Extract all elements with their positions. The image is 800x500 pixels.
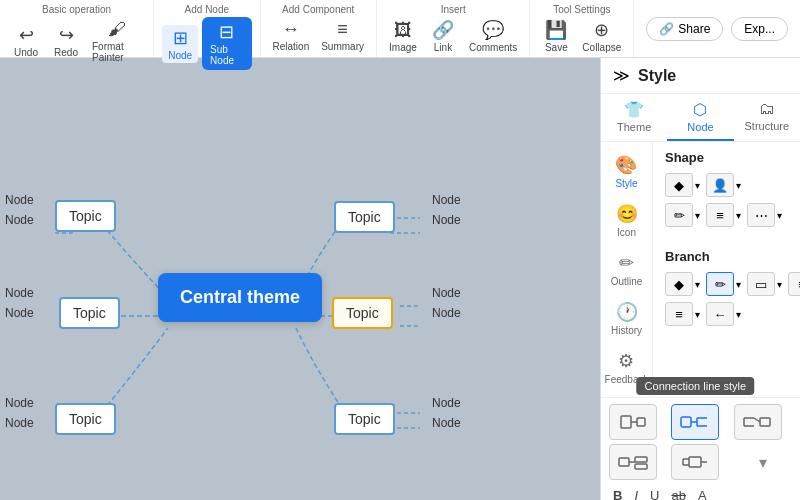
branch-btn-2[interactable]: ✏ bbox=[706, 272, 734, 296]
branch-btn-5[interactable]: ≡ bbox=[665, 302, 693, 326]
central-node[interactable]: Central theme bbox=[158, 273, 322, 322]
italic-button[interactable]: I bbox=[630, 486, 642, 500]
node-button[interactable]: ⊞ Node bbox=[162, 25, 198, 63]
shape-dropdown-4: ≡ ▾ bbox=[706, 203, 741, 227]
collapse-icon: ⊕ bbox=[594, 19, 609, 41]
group-label-add-node: Add Node bbox=[185, 4, 229, 15]
save-label: Save bbox=[545, 42, 568, 53]
tab-structure[interactable]: 🗂 Structure bbox=[734, 94, 800, 141]
side-history-item[interactable]: 🕐 History bbox=[611, 301, 642, 336]
branch-btn-3[interactable]: ▭ bbox=[747, 272, 775, 296]
share-button[interactable]: 🔗 Share bbox=[646, 17, 723, 41]
structure-tab-label: Structure bbox=[745, 120, 790, 132]
export-label: Exp... bbox=[744, 22, 775, 36]
branch-btn-6[interactable]: ← bbox=[706, 302, 734, 326]
underline-button[interactable]: U bbox=[646, 486, 663, 500]
shape-dropdown-2: 👤 ▾ bbox=[706, 173, 741, 197]
side-icon-item[interactable]: 😊 Icon bbox=[616, 203, 638, 238]
topic-node-t4[interactable]: Topic bbox=[332, 297, 393, 329]
node-label-2: Node bbox=[5, 213, 34, 227]
link-button[interactable]: 🔗 Link bbox=[425, 17, 461, 55]
topic-node-t1[interactable]: Topic bbox=[55, 200, 116, 232]
shape-btn-dots[interactable]: ⋯ bbox=[747, 203, 775, 227]
comments-button[interactable]: 💬 Comments bbox=[465, 17, 521, 55]
panel-content: 🎨 Style 😊 Icon ✏ Outline 🕐 History ⚙ bbox=[601, 142, 800, 397]
node-label-5: Node bbox=[5, 396, 34, 410]
side-outline-item[interactable]: ✏ Outline bbox=[611, 252, 643, 287]
conn-icon-3 bbox=[742, 410, 774, 434]
branch-arrow-3[interactable]: ▾ bbox=[777, 279, 782, 290]
node-label-3: Node bbox=[5, 286, 34, 300]
sub-node-button[interactable]: ⊟ Sub Node bbox=[202, 17, 251, 70]
shape-btn-person[interactable]: 👤 bbox=[706, 173, 734, 197]
svg-rect-3 bbox=[681, 417, 691, 427]
font-button[interactable]: A bbox=[694, 486, 711, 500]
tab-theme[interactable]: 👕 Theme bbox=[601, 94, 667, 141]
topic-node-t6[interactable]: Topic bbox=[334, 403, 395, 435]
shape-btn-fill[interactable]: ◆ bbox=[665, 173, 693, 197]
node-label-10: Node bbox=[432, 306, 461, 320]
more-options-btn[interactable]: ▾ bbox=[734, 444, 792, 480]
svg-rect-2 bbox=[637, 418, 645, 426]
shape-btn-pen[interactable]: ✏ bbox=[665, 203, 693, 227]
connection-grid: Connection line style bbox=[609, 404, 792, 480]
summary-label: Summary bbox=[321, 41, 364, 52]
node-label: Node bbox=[168, 50, 192, 61]
expand-icon[interactable]: ≫ bbox=[613, 66, 630, 85]
conn-btn-3[interactable] bbox=[734, 404, 782, 440]
topic-label-t4: Topic bbox=[346, 305, 379, 321]
branch-btn-4[interactable]: ≡ bbox=[788, 272, 800, 296]
strikethrough-button[interactable]: ab bbox=[667, 486, 689, 500]
branch-btn-1[interactable]: ◆ bbox=[665, 272, 693, 296]
node-tab-icon: ⬡ bbox=[693, 100, 707, 119]
toolbar-group-basic: Basic operation ↩ Undo ↪ Redo 🖌 Format P… bbox=[0, 0, 154, 57]
bold-button[interactable]: B bbox=[609, 486, 626, 500]
branch-arrow-2[interactable]: ▾ bbox=[736, 279, 741, 290]
side-style-item[interactable]: 🎨 Style bbox=[615, 154, 637, 189]
branch-arrow-1[interactable]: ▾ bbox=[695, 279, 700, 290]
relation-button[interactable]: ↔ Relation bbox=[269, 17, 314, 54]
shape-dropdown-5: ⋯ ▾ bbox=[747, 203, 782, 227]
shape-dropdown-arrow-2[interactable]: ▾ bbox=[736, 180, 741, 191]
svg-rect-16 bbox=[635, 464, 647, 469]
node-label-7: Node bbox=[432, 193, 461, 207]
conn-btn-1[interactable] bbox=[609, 404, 657, 440]
export-button[interactable]: Exp... bbox=[731, 17, 788, 41]
shape-section: Shape ◆ ▾ 👤 ▾ ✏ ▾ bbox=[653, 142, 800, 241]
undo-button[interactable]: ↩ Undo bbox=[8, 22, 44, 60]
format-painter-label: Format Painter bbox=[92, 41, 141, 63]
svg-line-11 bbox=[754, 418, 760, 422]
tool-settings-items: 💾 Save ⊕ Collapse bbox=[538, 17, 625, 55]
redo-icon: ↪ bbox=[59, 24, 74, 46]
connection-style-area: Connection line style bbox=[601, 397, 800, 500]
collapse-button[interactable]: ⊕ Collapse bbox=[578, 17, 625, 55]
topic-node-t2[interactable]: Topic bbox=[334, 201, 395, 233]
branch-arrow-5[interactable]: ▾ bbox=[695, 309, 700, 320]
topic-node-t3[interactable]: Topic bbox=[59, 297, 120, 329]
conn-btn-4[interactable] bbox=[609, 444, 657, 480]
image-button[interactable]: 🖼 Image bbox=[385, 18, 421, 55]
shape-dropdown-arrow-5[interactable]: ▾ bbox=[777, 210, 782, 221]
shape-dropdown-arrow-4[interactable]: ▾ bbox=[736, 210, 741, 221]
branch-arrow-6[interactable]: ▾ bbox=[736, 309, 741, 320]
svg-rect-12 bbox=[760, 418, 770, 426]
conn-btn-2[interactable]: Connection line style bbox=[671, 404, 719, 440]
shape-dropdown-arrow-1[interactable]: ▾ bbox=[695, 180, 700, 191]
redo-button[interactable]: ↪ Redo bbox=[48, 22, 84, 60]
shape-dropdown-arrow-3[interactable]: ▾ bbox=[695, 210, 700, 221]
toolbar-group-tool-settings: Tool Settings 💾 Save ⊕ Collapse bbox=[530, 0, 634, 57]
comments-label: Comments bbox=[469, 42, 517, 53]
node-label-4: Node bbox=[5, 306, 34, 320]
topic-node-t5[interactable]: Topic bbox=[55, 403, 116, 435]
format-painter-icon: 🖌 bbox=[108, 19, 126, 40]
save-button[interactable]: 💾 Save bbox=[538, 17, 574, 55]
canvas-area[interactable]: Central theme Topic Topic Topic Topic To… bbox=[0, 58, 600, 500]
shape-btn-lines[interactable]: ≡ bbox=[706, 203, 734, 227]
summary-button[interactable]: ≡ Summary bbox=[317, 17, 368, 54]
svg-rect-17 bbox=[689, 457, 701, 467]
undo-icon: ↩ bbox=[19, 24, 34, 46]
format-painter-button[interactable]: 🖌 Format Painter bbox=[88, 17, 145, 65]
conn-btn-5[interactable] bbox=[671, 444, 719, 480]
basic-items: ↩ Undo ↪ Redo 🖌 Format Painter bbox=[8, 17, 145, 65]
tab-node[interactable]: ⬡ Node bbox=[667, 94, 733, 141]
